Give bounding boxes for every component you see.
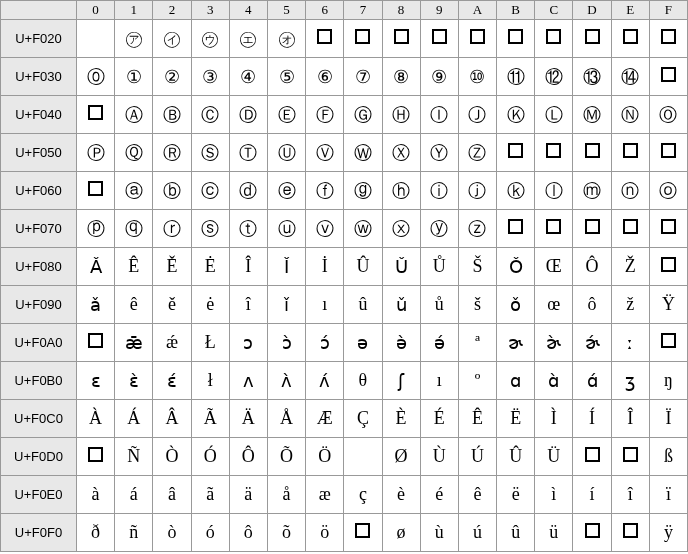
glyph-cell: ə́: [420, 324, 458, 362]
glyph-cell: Ó: [191, 438, 229, 476]
glyph-cell: Ⓒ: [191, 96, 229, 134]
glyph-cell: Ⓩ: [458, 134, 496, 172]
glyph-cell: ª: [458, 324, 496, 362]
glyph-cell: Î: [611, 400, 649, 438]
col-header-5: 5: [267, 1, 305, 20]
row-header: U+F060: [1, 172, 77, 210]
glyph-cell: Â: [153, 400, 191, 438]
tofu-icon: [508, 143, 523, 158]
glyph-cell: ü: [535, 514, 573, 552]
glyph-cell: ⓗ: [382, 172, 420, 210]
glyph-cell: Œ: [535, 248, 573, 286]
glyph-cell: ㋓: [229, 20, 267, 58]
glyph-cell: [649, 324, 687, 362]
glyph-cell: İ: [306, 248, 344, 286]
tofu-icon: [585, 29, 600, 44]
row-header: U+F0A0: [1, 324, 77, 362]
tofu-icon: [432, 29, 447, 44]
glyph-cell: Ⓔ: [267, 96, 305, 134]
glyph-cell: [306, 20, 344, 58]
glyph-cell: ⑥: [306, 58, 344, 96]
glyph-cell: Ⓙ: [458, 96, 496, 134]
glyph-cell: Ⓓ: [229, 96, 267, 134]
tofu-icon: [661, 67, 676, 82]
glyph-cell: ó: [191, 514, 229, 552]
glyph-cell: æ: [306, 476, 344, 514]
glyph-cell: œ: [535, 286, 573, 324]
header-row: 0123456789ABCDEF: [1, 1, 688, 20]
glyph-cell: ⓑ: [153, 172, 191, 210]
glyph-cell: Ç: [344, 400, 382, 438]
glyph-cell: Ⓧ: [382, 134, 420, 172]
col-header-F: F: [649, 1, 687, 20]
table-row: U+F0E0àáâãäåæçèéêëìíîï: [1, 476, 688, 514]
glyph-cell: ②: [153, 58, 191, 96]
glyph-cell: ㋒: [191, 20, 229, 58]
glyph-cell: [649, 210, 687, 248]
table-row: U+F020㋐㋑㋒㋓㋔: [1, 20, 688, 58]
glyph-cell: ⓠ: [115, 210, 153, 248]
tofu-icon: [623, 523, 638, 538]
glyph-cell: ㋑: [153, 20, 191, 58]
col-header-6: 6: [306, 1, 344, 20]
glyph-cell: ⓖ: [344, 172, 382, 210]
tofu-icon: [623, 143, 638, 158]
table-row: U+F070ⓟⓠⓡⓢⓣⓤⓥⓦⓧⓨⓩ: [1, 210, 688, 248]
glyph-cell: [344, 514, 382, 552]
row-header: U+F080: [1, 248, 77, 286]
glyph-cell: [535, 20, 573, 58]
glyph-cell: ⑩: [458, 58, 496, 96]
glyph-cell: ɑ̀: [535, 362, 573, 400]
glyph-cell: Ⓞ: [649, 96, 687, 134]
row-header: U+F020: [1, 20, 77, 58]
glyph-cell: ⑧: [382, 58, 420, 96]
glyph-cell: ä: [229, 476, 267, 514]
glyph-cell: ê: [115, 286, 153, 324]
glyph-cell: ɑ́: [573, 362, 611, 400]
glyph-cell: [77, 172, 115, 210]
glyph-cell: ⓟ: [77, 210, 115, 248]
glyph-cell: ⓣ: [229, 210, 267, 248]
table-row: U+F080ǍÊĚĖÎǏİÛǓŮŠǑŒÔŽ: [1, 248, 688, 286]
glyph-cell: ê: [458, 476, 496, 514]
glyph-cell: Ⓚ: [497, 96, 535, 134]
col-header-7: 7: [344, 1, 382, 20]
glyph-cell: º: [458, 362, 496, 400]
tofu-icon: [623, 219, 638, 234]
glyph-cell: Ⓡ: [153, 134, 191, 172]
row-header: U+F050: [1, 134, 77, 172]
glyph-cell: [344, 20, 382, 58]
glyph-cell: Ⓠ: [115, 134, 153, 172]
glyph-cell: ①: [115, 58, 153, 96]
glyph-cell: à: [77, 476, 115, 514]
glyph-cell: ı: [306, 286, 344, 324]
glyph-cell: Ë: [497, 400, 535, 438]
tofu-icon: [470, 29, 485, 44]
col-header-2: 2: [153, 1, 191, 20]
glyph-cell: [420, 20, 458, 58]
glyph-cell: Ů: [420, 248, 458, 286]
table-row: U+F0F0ðñòóôõöøùúûüÿ: [1, 514, 688, 552]
glyph-cell: [611, 210, 649, 248]
table-row: U+F090ǎêěėîǐıûǔůšǒœôžŸ: [1, 286, 688, 324]
glyph-cell: [573, 20, 611, 58]
glyph-cell: ú: [458, 514, 496, 552]
glyph-cell: ñ: [115, 514, 153, 552]
glyph-cell: ⓢ: [191, 210, 229, 248]
tofu-icon: [355, 29, 370, 44]
glyph-cell: ⓞ: [649, 172, 687, 210]
tofu-icon: [661, 219, 676, 234]
glyph-cell: ʒ: [611, 362, 649, 400]
row-header: U+F090: [1, 286, 77, 324]
glyph-cell: ɛ: [77, 362, 115, 400]
row-header: U+F0E0: [1, 476, 77, 514]
glyph-cell: ④: [229, 58, 267, 96]
tofu-icon: [394, 29, 409, 44]
glyph-cell: ǽ: [153, 324, 191, 362]
tofu-icon: [585, 143, 600, 158]
col-header-9: 9: [420, 1, 458, 20]
glyph-cell: ã: [191, 476, 229, 514]
glyph-cell: ð: [77, 514, 115, 552]
glyph-cell: ž: [611, 286, 649, 324]
glyph-cell: ⑭: [611, 58, 649, 96]
